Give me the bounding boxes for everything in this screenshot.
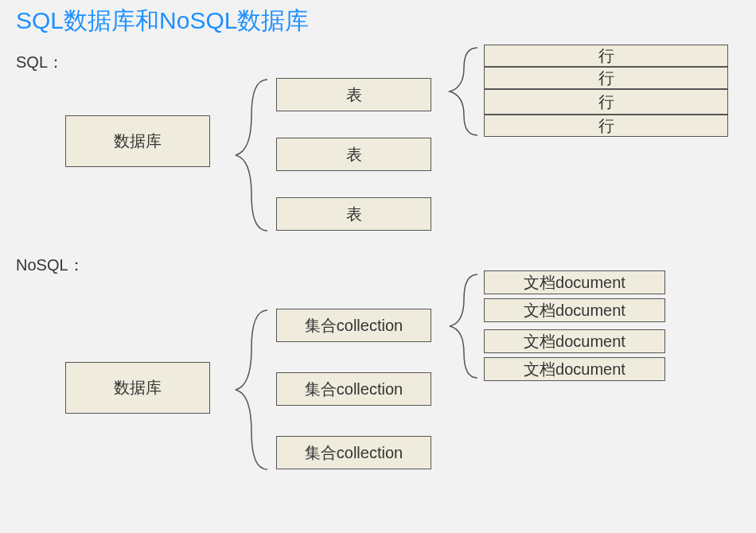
sql-row-box-4: 行 [484, 115, 728, 137]
nosql-document-box-3: 文档document [484, 329, 665, 353]
sql-database-box: 数据库 [65, 115, 210, 167]
sql-row-box-1: 行 [484, 45, 728, 67]
sql-row-box-2: 行 [484, 67, 728, 89]
brace-sql-db-tables [220, 76, 275, 235]
sql-row-box-3: 行 [484, 89, 728, 115]
diagram-title: SQL数据库和NoSQL数据库 [16, 5, 309, 37]
sql-table-box-2: 表 [276, 138, 431, 171]
brace-sql-table-rows [438, 44, 485, 139]
nosql-collection-box-2: 集合collection [276, 372, 431, 406]
sql-table-box-3: 表 [276, 197, 431, 231]
nosql-database-box: 数据库 [65, 362, 210, 414]
brace-nosql-db-collections [220, 306, 275, 473]
nosql-document-box-4: 文档document [484, 357, 665, 381]
nosql-document-box-1: 文档document [484, 270, 665, 294]
brace-nosql-collection-documents [438, 270, 485, 382]
nosql-label: NoSQL： [16, 255, 84, 276]
nosql-collection-box-3: 集合collection [276, 436, 431, 469]
nosql-document-box-2: 文档document [484, 298, 665, 322]
nosql-collection-box-1: 集合collection [276, 309, 431, 342]
sql-label: SQL： [16, 52, 64, 73]
sql-table-box-1: 表 [276, 78, 431, 111]
